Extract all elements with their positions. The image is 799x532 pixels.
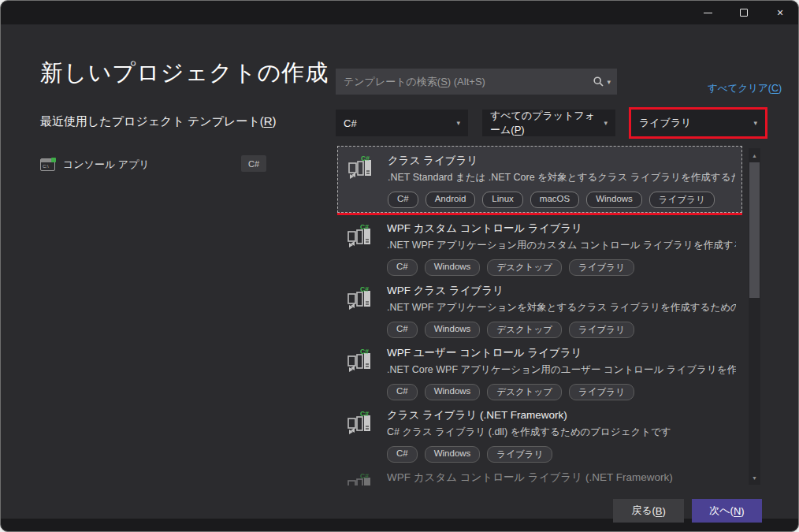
window-maximize-icon — [740, 9, 748, 17]
list-scrollbar[interactable]: ▲ ▼ — [749, 148, 760, 485]
template-tag: ライブラリ — [487, 446, 552, 463]
language-badge: C# — [241, 155, 266, 172]
scroll-down-icon[interactable]: ▼ — [749, 472, 760, 483]
chevron-down-icon: ▾ — [753, 119, 757, 127]
svg-text:C#: C# — [360, 473, 369, 480]
project-template-icon: C# — [347, 155, 373, 180]
search-options-caret-icon[interactable]: ▾ — [607, 78, 611, 86]
template-tag: デスクトップ — [487, 384, 562, 400]
template-list-item[interactable]: C# WPF カスタム コントロール ライブラリ (.NET Framework… — [337, 464, 742, 485]
template-tag: C# — [387, 446, 418, 463]
console-app-icon: C:\ — [40, 158, 55, 171]
template-tag: Linux — [482, 192, 523, 208]
back-button[interactable]: 戻る(B) — [613, 499, 684, 523]
template-tag: ライブラリ — [569, 322, 634, 338]
platform-dropdown-value: すべてのプラットフォーム(P) — [490, 109, 597, 137]
template-tag: デスクトップ — [487, 322, 562, 338]
template-tag: C# — [387, 322, 418, 338]
template-tag: C# — [388, 192, 418, 208]
window-minimize-icon — [704, 13, 712, 13]
template-list-item[interactable]: C# WPF カスタム コントロール ライブラリ .NET WPF アプリケーシ… — [337, 215, 742, 277]
template-tags: C#AndroidLinuxmacOSWindowsライブラリ — [388, 192, 735, 208]
template-tag: ライブラリ — [649, 192, 715, 208]
template-description: .NET Core WPF アプリケーション用のユーザー コントロール ライブラ… — [387, 363, 736, 377]
create-new-project-dialog: × 新しいプロジェクトの作成 テンプレートの検索(S) (Alt+S) ▾ すべ… — [0, 0, 799, 532]
template-tag: macOS — [530, 192, 579, 208]
template-tag: ライブラリ — [569, 259, 634, 276]
maximize-button[interactable] — [726, 1, 762, 24]
svg-text:C#: C# — [360, 286, 369, 293]
template-tag: Windows — [586, 192, 642, 208]
svg-text:C#: C# — [360, 348, 369, 355]
language-dropdown[interactable]: C# ▾ — [336, 110, 468, 136]
project-template-icon: C# — [347, 286, 372, 311]
project-template-icon: C# — [347, 224, 372, 249]
template-description: .NET WPF アプリケーションを対象とするクラス ライブラリを作成するための… — [387, 301, 736, 314]
project-template-icon: C# — [347, 348, 372, 374]
window-close-icon: × — [777, 6, 783, 19]
template-tag: デスクトップ — [487, 259, 562, 276]
template-tag: ライブラリ — [569, 384, 634, 400]
scrollbar-thumb[interactable] — [749, 162, 760, 298]
recent-item-console-app[interactable]: C:\ コンソール アプリ C# — [40, 155, 277, 174]
titlebar: × — [1, 1, 798, 24]
template-list-item[interactable]: C# クラス ライブラリ (.NET Framework) C# クラス ライブ… — [337, 402, 742, 464]
template-list-item[interactable]: C# WPF ユーザー コントロール ライブラリ .NET Core WPF ア… — [337, 340, 742, 402]
template-title: クラス ライブラリ — [388, 154, 735, 168]
project-template-icon: C# — [347, 473, 372, 485]
scroll-up-icon[interactable]: ▲ — [749, 150, 760, 161]
template-list: C# クラス ライブラリ .NET Standard または .NET Core… — [337, 146, 742, 485]
template-tags: C#Windowsデスクトップライブラリ — [387, 384, 736, 400]
search-placeholder: テンプレートの検索(S) (Alt+S) — [344, 75, 485, 89]
template-title: WPF カスタム コントロール ライブラリ (.NET Framework) — [387, 471, 736, 485]
page-title: 新しいプロジェクトの作成 — [40, 58, 329, 89]
template-list-item[interactable]: C# クラス ライブラリ .NET Standard または .NET Core… — [337, 146, 742, 213]
svg-text:C#: C# — [361, 155, 370, 162]
project-type-dropdown-value: ライブラリ — [639, 116, 692, 130]
project-type-dropdown[interactable]: ライブラリ ▾ — [631, 110, 765, 136]
template-title: WPF カスタム コントロール ライブラリ — [387, 221, 736, 236]
template-list-item[interactable]: C# WPF クラス ライブラリ .NET WPF アプリケーションを対象とする… — [337, 277, 742, 340]
template-tag: Android — [426, 192, 476, 208]
magnifier-icon[interactable] — [593, 76, 604, 87]
recent-templates-heading: 最近使用したプロジェクト テンプレート(R) — [40, 114, 277, 129]
template-title: WPF ユーザー コントロール ライブラリ — [387, 346, 736, 360]
template-description: C# クラス ライブラリ (.dll) を作成するためのプロジェクトです — [387, 426, 736, 439]
chevron-down-icon: ▾ — [456, 119, 460, 127]
project-template-icon: C# — [347, 411, 372, 436]
template-tag: Windows — [425, 446, 481, 463]
language-dropdown-value: C# — [344, 117, 357, 129]
template-description: .NET WPF アプリケーション用のカスタム コントロール ライブラリを作成す… — [387, 239, 736, 252]
template-description: .NET Standard または .NET Core を対象とするクラス ライ… — [388, 171, 735, 184]
close-button[interactable]: × — [762, 1, 798, 24]
template-tags: C#Windowsデスクトップライブラリ — [387, 259, 736, 276]
template-tag: C# — [387, 259, 418, 276]
template-title: WPF クラス ライブラリ — [387, 284, 736, 298]
template-search-input[interactable]: テンプレートの検索(S) (Alt+S) ▾ — [336, 69, 617, 95]
dialog-content: 新しいプロジェクトの作成 テンプレートの検索(S) (Alt+S) ▾ すべてク… — [1, 24, 798, 519]
recent-item-label: コンソール アプリ — [63, 158, 150, 172]
template-tag: Windows — [425, 259, 481, 276]
template-tags: C#Windowsデスクトップライブラリ — [387, 322, 736, 338]
svg-text:C#: C# — [360, 224, 369, 231]
platform-dropdown[interactable]: すべてのプラットフォーム(P) ▾ — [482, 110, 615, 136]
template-title: クラス ライブラリ (.NET Framework) — [387, 408, 736, 422]
template-tag: Windows — [425, 384, 481, 400]
chevron-down-icon: ▾ — [604, 119, 608, 127]
next-button[interactable]: 次へ(N) — [692, 499, 762, 523]
minimize-button[interactable] — [689, 1, 726, 24]
template-tags: C#Windowsライブラリ — [387, 446, 736, 463]
clear-all-link[interactable]: すべてクリア(C) — [708, 82, 782, 95]
template-tag: C# — [387, 384, 418, 400]
svg-text:C#: C# — [360, 411, 369, 418]
template-tag: Windows — [425, 322, 481, 338]
